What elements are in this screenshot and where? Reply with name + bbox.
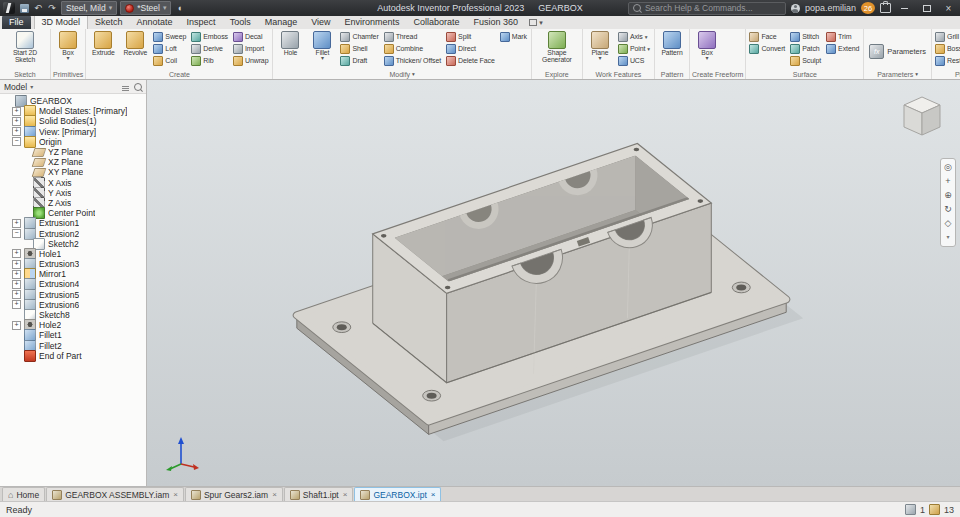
ribbon-button-combine[interactable]: Combine bbox=[383, 43, 443, 54]
look-at-icon[interactable]: ◇ bbox=[945, 219, 952, 228]
ribbon-button-thicken-offset[interactable]: Thicken/ Offset bbox=[383, 55, 443, 66]
ribbon-button-convert[interactable]: Convert bbox=[748, 43, 787, 54]
pan-icon[interactable]: + bbox=[945, 177, 950, 186]
expand-icon[interactable]: + bbox=[12, 219, 21, 228]
ribbon-button-revolve[interactable]: Revolve bbox=[120, 30, 150, 56]
ribbon-button-unwrap[interactable]: Unwrap bbox=[232, 55, 271, 66]
ribbon-tab-manage[interactable]: Manage bbox=[258, 16, 305, 29]
expand-icon[interactable]: + bbox=[12, 280, 21, 289]
help-search-input[interactable]: Search Help & Commands... bbox=[628, 2, 786, 15]
ribbon-tab-file[interactable]: File bbox=[2, 16, 31, 29]
ribbon-button-ucs[interactable]: UCS bbox=[617, 55, 652, 66]
ribbon-tab-fusion-360[interactable]: Fusion 360 bbox=[467, 16, 526, 29]
flange-hole[interactable] bbox=[732, 282, 750, 293]
ribbon-button-derive[interactable]: Derive bbox=[190, 43, 230, 54]
ribbon-button-point[interactable]: Point▾ bbox=[617, 43, 652, 54]
tree-item-z-axis[interactable]: Z Axis bbox=[2, 198, 146, 208]
ribbon-tab-tools[interactable]: Tools bbox=[223, 16, 258, 29]
inventor-logo-icon[interactable] bbox=[3, 2, 15, 14]
expand-icon[interactable]: + bbox=[12, 117, 21, 126]
material-combo[interactable]: Steel, Mild ▾ bbox=[61, 1, 117, 15]
ribbon-button-rib[interactable]: Rib bbox=[190, 55, 230, 66]
tree-item-end-of-part[interactable]: End of Part bbox=[2, 351, 146, 361]
tree-item-solid-bodies-1[interactable]: +Solid Bodies(1) bbox=[2, 116, 146, 126]
nav-more-icon[interactable]: ▾ bbox=[946, 233, 949, 242]
ribbon-group-label-modify[interactable]: Modify▾ bbox=[275, 69, 528, 79]
ribbon-button-import[interactable]: Import bbox=[232, 43, 271, 54]
ribbon-group-label-parameters[interactable]: Parameters▾ bbox=[866, 69, 929, 79]
document-tab-gearbox-assembly-iam[interactable]: GEARBOX ASSEMBLY.iam× bbox=[46, 487, 184, 501]
navigation-wheel-icon[interactable]: ◎ bbox=[944, 163, 952, 172]
user-avatar-icon[interactable] bbox=[791, 4, 800, 13]
flange-hole[interactable] bbox=[423, 390, 441, 401]
expand-icon[interactable]: + bbox=[12, 107, 21, 116]
ribbon-button-plane[interactable]: Plane▾ bbox=[585, 30, 615, 61]
ribbon-button-sculpt[interactable]: Sculpt bbox=[789, 55, 823, 66]
ribbon-tab-environments[interactable]: Environments bbox=[338, 16, 407, 29]
ribbon-button-trim[interactable]: Trim bbox=[825, 31, 861, 42]
document-tab-home[interactable]: Home bbox=[2, 487, 45, 501]
browser-title[interactable]: Model bbox=[4, 82, 27, 92]
expand-icon[interactable]: + bbox=[12, 270, 21, 279]
tree-item-extrusion4[interactable]: +Extrusion4 bbox=[2, 279, 146, 289]
tree-item-y-axis[interactable]: Y Axis bbox=[2, 188, 146, 198]
tree-item-origin[interactable]: −Origin bbox=[2, 137, 146, 147]
undo-icon[interactable] bbox=[32, 2, 44, 14]
expand-icon[interactable]: + bbox=[12, 321, 21, 330]
tree-item-extrusion1[interactable]: +Extrusion1 bbox=[2, 218, 146, 228]
close-tab-icon[interactable]: × bbox=[343, 490, 348, 499]
ribbon-button-extend[interactable]: Extend bbox=[825, 43, 861, 54]
ribbon-tab-collaborate[interactable]: Collaborate bbox=[407, 16, 467, 29]
ribbon-button-start-2d-sketch[interactable]: Start 2D Sketch bbox=[2, 30, 48, 63]
ribbon-button-mark[interactable]: Mark bbox=[499, 31, 529, 42]
ribbon-button-thread[interactable]: Thread bbox=[383, 31, 443, 42]
ribbon-button-face[interactable]: Face bbox=[748, 31, 787, 42]
ribbon-button-chamfer[interactable]: Chamfer bbox=[339, 31, 380, 42]
document-tab-spur-gears2-iam[interactable]: Spur Gears2.iam× bbox=[185, 487, 283, 501]
tree-item-fillet1[interactable]: Fillet1 bbox=[2, 330, 146, 340]
user-name[interactable]: popa.emilian bbox=[805, 3, 856, 13]
expand-icon[interactable]: + bbox=[12, 127, 21, 136]
ribbon-button-boss[interactable]: Boss bbox=[934, 43, 960, 54]
collapse-icon[interactable]: − bbox=[12, 137, 21, 146]
browser-search-icon[interactable] bbox=[134, 83, 142, 91]
tree-item-x-axis[interactable]: X Axis bbox=[2, 178, 146, 188]
close-tab-icon[interactable]: × bbox=[272, 490, 277, 499]
view-cube[interactable] bbox=[898, 92, 946, 140]
ribbon-button-shell[interactable]: Shell bbox=[339, 43, 380, 54]
maximize-button[interactable] bbox=[918, 1, 935, 15]
ribbon-button-coil[interactable]: Coil bbox=[152, 55, 188, 66]
expand-icon[interactable]: + bbox=[12, 260, 21, 269]
ribbon-button-split[interactable]: Split bbox=[445, 31, 497, 42]
save-icon[interactable] bbox=[18, 2, 30, 14]
ribbon-button-draft[interactable]: Draft bbox=[339, 55, 380, 66]
close-tab-icon[interactable]: × bbox=[431, 490, 436, 499]
occurrences-icon[interactable] bbox=[929, 504, 940, 515]
ribbon-button-patch[interactable]: Patch bbox=[789, 43, 823, 54]
appearance-adjust-icon[interactable] bbox=[174, 2, 186, 14]
ribbon-button-shape-generator[interactable]: Shape Generator bbox=[534, 30, 580, 63]
browser-filter-icon[interactable] bbox=[121, 82, 130, 91]
ribbon-tab-inspect[interactable]: Inspect bbox=[180, 16, 223, 29]
ribbon-button-sweep[interactable]: Sweep bbox=[152, 31, 188, 42]
app-store-icon[interactable] bbox=[880, 3, 891, 13]
ribbon-button-emboss[interactable]: Emboss bbox=[190, 31, 230, 42]
ribbon-button-delete-face[interactable]: Delete Face bbox=[445, 55, 497, 66]
viewport-3d[interactable]: ◎+⊕↻◇▾ bbox=[147, 80, 960, 486]
appearance-combo[interactable]: *Steel ▾ bbox=[120, 1, 171, 15]
ribbon-button-pattern[interactable]: Pattern bbox=[657, 30, 687, 56]
zoom-icon[interactable]: ⊕ bbox=[944, 191, 952, 200]
tree-item-xy-plane[interactable]: XY Plane bbox=[2, 167, 146, 177]
ribbon-button-stitch[interactable]: Stitch bbox=[789, 31, 823, 42]
ribbon-tab-view[interactable]: View bbox=[304, 16, 337, 29]
ribbon-options-icon[interactable]: ▾ bbox=[529, 16, 543, 29]
ribbon-button-parameters[interactable]: fxParameters bbox=[866, 42, 929, 61]
tree-item-xz-plane[interactable]: XZ Plane bbox=[2, 157, 146, 167]
ribbon-tab-3d-model[interactable]: 3D Model bbox=[34, 15, 89, 29]
expand-icon[interactable]: + bbox=[12, 290, 21, 299]
ribbon-button-decal[interactable]: Decal bbox=[232, 31, 271, 42]
ribbon-button-grill[interactable]: Grill bbox=[934, 31, 960, 42]
close-button[interactable]: × bbox=[940, 1, 957, 15]
ribbon-button-fillet[interactable]: Fillet▾ bbox=[307, 30, 337, 61]
ribbon-tab-sketch[interactable]: Sketch bbox=[88, 16, 130, 29]
